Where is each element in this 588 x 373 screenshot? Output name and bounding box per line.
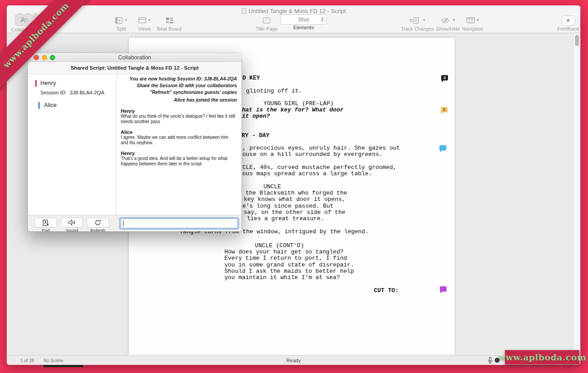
dialog-title: Collaboration <box>118 54 151 61</box>
script-line: say, on the other side of the <box>244 209 345 215</box>
watermark-text: www.aplboda.com <box>498 352 587 362</box>
script-line: you in some grand state of disrepair. <box>224 262 354 268</box>
dialog-zoom-button[interactable] <box>50 55 55 60</box>
script-line: it open? <box>242 113 270 119</box>
refresh-button-label: Refresh <box>87 228 109 231</box>
system-message: Share the Session ID with your collabora… <box>121 82 237 89</box>
dialog-bottom-bar: End Sound Refresh <box>28 215 241 231</box>
chat-message-block: HenryWhat do you think of the uncle's di… <box>121 108 237 166</box>
chat-message: HenryThat's a good idea. And will be a b… <box>121 151 237 166</box>
dialog-subtitle: Shared Script: Untitled Tangle & Moss FD… <box>28 62 241 74</box>
script-line: ous maps spread across a large table. <box>242 171 372 177</box>
chat-input-wrap <box>120 218 238 228</box>
host-color-bar <box>35 80 37 87</box>
exit-door-icon <box>42 219 49 226</box>
comment-blue[interactable] <box>439 145 446 151</box>
chat-input[interactable] <box>120 218 238 228</box>
system-message: "Refresh" synchronizes guests' copies <box>121 89 237 96</box>
script-line: Should I ask the maids to better help <box>224 268 354 274</box>
script-line: RY - DAY <box>241 133 269 138</box>
script-line: glinting off it. <box>246 88 302 94</box>
system-message-block: You are now hosting Session ID: 3J8-BLA4… <box>121 75 237 96</box>
session-id-row: Session ID: 3J8-BLA4-2QA <box>40 90 105 95</box>
chat-transcript[interactable]: You are now hosting Session ID: 3J8-BLA4… <box>117 74 241 215</box>
sound-button[interactable] <box>61 218 83 227</box>
participant-guest-name: Alice <box>44 102 57 108</box>
script-line: D KEY <box>242 75 260 81</box>
comment-purple[interactable] <box>440 286 447 292</box>
chat-text: That's a good idea. And will be a better… <box>121 156 237 166</box>
session-id-value: 3J8-BLA4-2QA <box>70 90 104 95</box>
scene-note-orange[interactable]: 2 <box>441 107 448 112</box>
system-message: You are now hosting Session ID: 3J8-BLA4… <box>121 75 237 82</box>
script-line: lies a great treasure. <box>247 216 324 222</box>
script-line: UNCLE (CONT'D) <box>255 243 304 249</box>
dialog-body: Henry Session ID: 3J8-BLA4-2QA Alice You… <box>28 74 241 215</box>
screenshot-stage: Untitled Tangle & Moss FD 12 - Script Co… <box>0 0 588 373</box>
chat-text: What do you think of the uncle's dialogu… <box>121 114 237 124</box>
dialog-titlebar[interactable]: Collaboration <box>28 53 241 62</box>
script-line: How does your hair get so tangled? <box>224 249 343 255</box>
script-line: , precocious eyes, unruly hair. She gaze… <box>242 145 400 151</box>
vertical-scrollbar[interactable] <box>573 33 580 355</box>
chat-text: I agree. Maybe we can add more conflict … <box>121 135 237 145</box>
script-line: hat is the key for? What door <box>242 107 343 113</box>
chat-author: Henry <box>121 108 237 114</box>
script-line: CUT TO: <box>374 288 399 293</box>
end-button-label: End <box>35 228 57 231</box>
speaker-icon <box>68 219 76 226</box>
chat-author: Alice <box>121 129 237 135</box>
refresh-icon <box>94 219 101 226</box>
participant-host-name: Henry <box>40 80 56 86</box>
scrollbar-thumb[interactable] <box>575 35 579 46</box>
status-bar: 1 of 28 No Scene Ready <box>7 355 580 365</box>
bottom-edge-artifact <box>44 365 83 367</box>
dialog-minimize-button[interactable] <box>42 55 47 60</box>
join-message: Alice has joined the session <box>121 97 237 103</box>
session-id-label: Session ID: <box>40 90 67 95</box>
chat-author: Henry <box>121 151 237 156</box>
script-line: e's long since passed. But <box>242 203 333 209</box>
script-line: the Blacksmith who forged the <box>246 190 347 196</box>
refresh-button[interactable] <box>87 218 109 227</box>
script-line: YOUNG GIRL (PRE-LAP) <box>263 101 333 107</box>
script-line: you maintain it while I'm at sea? <box>224 275 340 280</box>
microphone-icon[interactable] <box>487 357 493 364</box>
collaboration-dialog: Collaboration Shared Script: Untitled Ta… <box>28 53 241 231</box>
watermark-box: www.aplboda.com <box>505 350 579 364</box>
dialog-close-button[interactable] <box>34 55 39 60</box>
sound-button-label: Sound <box>61 228 83 231</box>
script-line: CLE, 40s, curved mustache perfectly groo… <box>242 164 396 170</box>
participants-panel: Henry Session ID: 3J8-BLA4-2QA Alice <box>28 74 117 215</box>
end-session-button[interactable] <box>35 218 57 227</box>
chat-message: AliceI agree. Maybe we can add more conf… <box>121 129 237 145</box>
script-line: UNCLE <box>263 184 281 190</box>
guest-color-bar <box>38 102 40 109</box>
script-line: key knows what door it opens, <box>244 196 345 202</box>
script-line: Every time I return to port, I find <box>224 255 347 261</box>
final-draft-window: Untitled Tangle & Moss FD 12 - Script Co… <box>7 5 580 365</box>
chat-message: HenryWhat do you think of the uncle's di… <box>121 108 237 124</box>
script-line: ouse on a hill surrounded by evergreens. <box>242 151 382 157</box>
scene-note-black[interactable]: 3 <box>441 75 448 80</box>
text-caret <box>123 220 123 226</box>
